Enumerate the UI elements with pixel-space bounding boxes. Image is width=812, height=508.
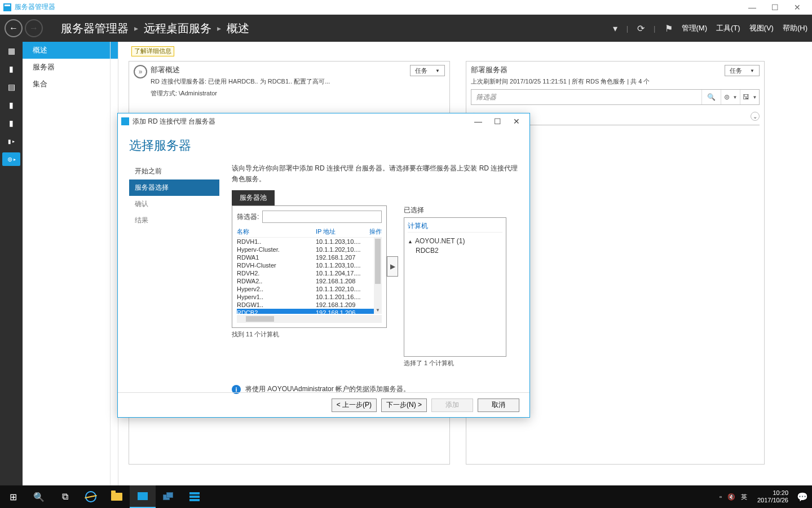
breadcrumb-level1[interactable]: 远程桌面服务 [144,21,211,36]
pool-row[interactable]: Hyperv-Cluster.10.1.1.202,10.... [237,246,382,253]
pool-vscrollbar[interactable]: ▲ ▼ [374,238,382,314]
filter-options-icon[interactable]: ⊜▼ [721,90,740,104]
pool-filter-label: 筛选器: [237,212,259,222]
notification-center-button[interactable]: 💬 [793,485,812,508]
tasks-dropdown[interactable]: 任务▼ [410,65,445,76]
nav-overview[interactable]: 概述 [23,42,118,59]
info-bar[interactable]: 了解详细信息 [131,46,174,56]
nav-collections[interactable]: 集合 [23,76,118,93]
tray-sound-icon[interactable]: 🔇 [727,493,735,501]
role-icon-2[interactable]: ▮ [5,116,18,130]
cancel-button[interactable]: 取消 [478,398,519,412]
taskbar-app-1[interactable] [156,485,182,508]
minimize-button[interactable]: — [741,0,764,15]
move-right-button[interactable]: ▶ [387,256,398,277]
wizard-heading: 选择服务器 [118,129,529,163]
breadcrumb: 服务器管理器 ▸ 远程桌面服务 ▸ 概述 [61,21,249,36]
wizard-title: 添加 RD 连接代理 台服务器 [133,117,469,126]
servers-filter-row: 🔍 ⊜▼ 🖫▼ [471,89,760,105]
wizard-app-icon [121,117,129,125]
col-op[interactable]: 操作 [369,227,382,236]
pool-row[interactable]: RDVH2.10.1.1.204,17.... [237,269,382,277]
system-tray[interactable]: ▫ 🔇 英 [714,493,753,501]
selected-group[interactable]: ▲AOYOU.NET (1) [408,237,502,245]
menu-manage[interactable]: 管理(M) [682,23,708,33]
step-server-select[interactable]: 服务器选择 [129,179,219,196]
chevron-right-icon: ▸ [134,24,138,33]
selected-foot: 选择了 1 个计算机 [404,359,506,367]
pool-row[interactable]: Hyperv1..10.1.1.201,16.... [237,293,382,301]
wizard-close-button[interactable]: ✕ [507,115,526,128]
refresh-icon[interactable]: ⟳ [637,23,645,34]
pool-tabs: 服务器池 [232,190,518,205]
ime-indicator[interactable]: 英 [741,493,747,501]
dropdown-icon[interactable]: ▾ [613,23,617,34]
wizard-minimize-button[interactable]: — [469,115,488,128]
wizard-titlebar: 添加 RD 连接代理 台服务器 — ☐ ✕ [118,113,529,129]
pool-list[interactable]: RDVH1..10.1.1.203,10....Hyperv-Cluster.1… [237,238,382,314]
ie-button[interactable] [78,485,104,508]
next-button[interactable]: 下一步(N) > [381,398,427,412]
servers-filter-input[interactable] [471,93,701,101]
menu-view[interactable]: 视图(V) [749,23,774,33]
app-icon [3,3,11,11]
tasks-dropdown-2[interactable]: 任务▼ [725,65,760,76]
server-pool-box: 筛选器: 名称 IP 地址 操作 RDVH1..10.1.1.203,10...… [232,205,387,328]
maximize-button[interactable]: ☐ [764,0,786,15]
tab-server-pool[interactable]: 服务器池 [232,190,275,205]
icon-strip: ▦ ▮ ▤ ▮ ▮ ▮ ▸ ⊚ ▸ [0,42,23,485]
taskbar-clock[interactable]: 10:20 2017/10/26 [753,489,793,504]
explorer-button[interactable] [104,485,130,508]
remote-desktop-icon[interactable]: ⊚ ▸ [2,152,20,166]
pool-hscrollbar[interactable] [237,315,382,323]
selected-col-header[interactable]: 计算机 [408,220,502,233]
clock-time: 10:20 [757,489,788,497]
breadcrumb-level2[interactable]: 概述 [227,21,249,36]
step-before[interactable]: 开始之前 [129,163,219,179]
tray-icon-1[interactable]: ▫ [720,493,722,500]
role-icon-3[interactable]: ▮ ▸ [5,134,18,148]
prev-button[interactable]: < 上一步(P) [332,398,377,412]
pool-row[interactable]: RDWA2..192.168.1.208 [237,277,382,285]
col-name[interactable]: 名称 [237,227,316,236]
taskbar-app-2[interactable] [182,485,208,508]
start-button[interactable]: ⊞ [0,485,26,508]
expand-icon[interactable]: ⌄ [751,112,760,121]
nav-servers[interactable]: 服务器 [23,59,118,76]
menu-help[interactable]: 帮助(H) [783,23,807,33]
wizard-maximize-button[interactable]: ☐ [488,115,507,128]
all-servers-icon[interactable]: ▤ [5,80,18,94]
filter-search-icon[interactable]: 🔍 [701,90,721,104]
role-icon-1[interactable]: ▮ [5,98,18,112]
breadcrumb-root[interactable]: 服务器管理器 [61,21,129,36]
flag-icon[interactable]: ⚑ [665,23,673,34]
left-nav: 概述 服务器 集合 [23,42,118,485]
col-ip[interactable]: IP 地址 [316,227,369,236]
filter-save-icon[interactable]: 🖫▼ [740,90,759,104]
header-right: ▾ | ⟳ | ⚑ 管理(M) 工具(T) 视图(V) 帮助(H) [613,23,807,34]
pool-row[interactable]: Hyperv2..10.1.1.202,10.... [237,285,382,293]
app-title: 服务器管理器 [15,2,741,12]
pool-row[interactable]: RDVH-Cluster10.1.1.203,10.... [237,261,382,269]
leftnav-scrollbar[interactable] [110,42,118,485]
server-manager-taskbar-button[interactable] [130,485,156,508]
pool-row[interactable]: RDGW1..192.168.1.209 [237,301,382,309]
local-server-icon[interactable]: ▮ [5,62,18,76]
close-button[interactable]: ✕ [786,0,809,15]
pool-filter-input[interactable] [262,211,382,223]
add-button: 添加 [431,398,473,412]
search-button[interactable]: 🔍 [26,485,52,508]
app-titlebar: 服务器管理器 — ☐ ✕ [0,0,812,15]
selected-server-0[interactable]: RDCB2 [408,247,502,255]
pool-row[interactable]: RDVH1..10.1.1.203,10.... [237,238,382,246]
chevron-double-icon[interactable]: » [134,65,147,78]
pool-row[interactable]: RDCB2192.168.1.206 [237,309,382,314]
scroll-thumb[interactable] [375,239,381,284]
dashboard-icon[interactable]: ▦ [5,44,18,58]
pool-row[interactable]: RDWA1192.168.1.207 [237,253,382,261]
nav-back-button[interactable]: ← [5,19,23,37]
task-view-button[interactable]: ⧉ [52,485,78,508]
menu-tools[interactable]: 工具(T) [716,23,740,33]
nav-forward-button[interactable]: → [25,19,43,37]
scroll-down-icon[interactable]: ▼ [374,306,382,314]
